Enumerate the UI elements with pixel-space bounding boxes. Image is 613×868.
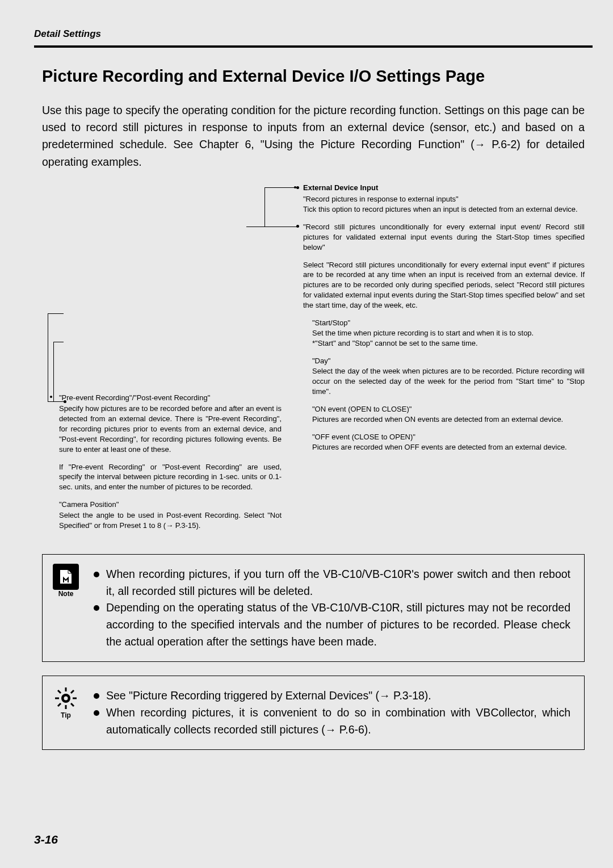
tip-item: When recording pictures, it is convenien… (94, 705, 570, 738)
page-title: Picture Recording and External Device I/… (42, 67, 585, 86)
off-event-heading: "OFF event (CLOSE to OPEN)" (312, 433, 415, 441)
svg-line-7 (71, 703, 74, 706)
off-event-body: Pictures are recorded when OFF events ar… (312, 443, 567, 451)
record-response-label: "Record pictures in response to external… (303, 195, 459, 203)
svg-line-8 (58, 703, 61, 706)
start-stop-note: *"Start" and "Stop" cannot be set to the… (312, 339, 478, 347)
record-options-label: "Record still pictures unconditionally f… (303, 222, 585, 253)
note-icon-label: Note (53, 590, 79, 598)
on-event-body: Pictures are recorded when ON events are… (312, 415, 563, 423)
camera-position-desc: Select the angle to be used in Post-even… (59, 510, 282, 531)
tip-icon (53, 685, 79, 711)
on-event-heading: "ON event (OPEN to CLOSE)" (312, 405, 412, 413)
day-heading: "Day" (312, 357, 330, 365)
start-stop-body: Set the time when picture recording is t… (312, 329, 534, 337)
svg-line-9 (71, 690, 74, 693)
tip-icon-label: Tip (53, 711, 79, 719)
camera-position-heading: "Camera Position" (59, 500, 282, 510)
svg-point-1 (64, 697, 68, 701)
screenshot-placeholder (48, 183, 246, 393)
pre-post-desc: Specify how pictures are to be recorded … (59, 404, 282, 455)
note-icon (53, 564, 79, 590)
note-box: Note When recording pictures, if you tur… (42, 554, 585, 662)
external-input-heading: External Device Input (303, 183, 585, 193)
record-response-desc: Tick this option to record pictures when… (303, 205, 578, 213)
tip-box: Tip See "Picture Recording triggered by … (42, 676, 585, 750)
note-item: Depending on the operating status of the… (94, 599, 570, 650)
breadcrumb: Detail Settings (34, 28, 101, 39)
day-body: Select the day of the week when pictures… (312, 367, 585, 396)
start-stop-heading: "Start/Stop" (312, 318, 350, 327)
note-item: When recording pictures, if you turn off… (94, 566, 570, 599)
page-number: 3-16 (34, 833, 58, 846)
pre-post-heading: "Pre-event Recording"/"Post-event Record… (59, 393, 210, 402)
record-options-desc: Select "Record still pictures unconditio… (303, 260, 585, 311)
pre-post-interval: If "Pre-event Recording" or "Post-event … (59, 462, 282, 493)
tip-item: See "Picture Recording triggered by Exte… (94, 687, 570, 705)
intro-paragraph: Use this page to specify the operating c… (42, 102, 585, 170)
svg-line-6 (58, 690, 61, 693)
